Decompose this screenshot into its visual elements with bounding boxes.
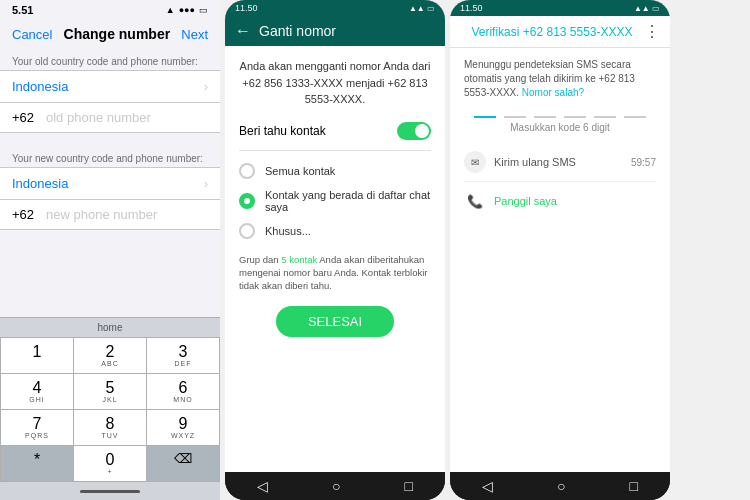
verify-header: Verifikasi +62 813 5553-XXXX ⋮ xyxy=(450,16,670,48)
recent-nav-btn[interactable]: □ xyxy=(405,478,413,494)
code-dash-2 xyxy=(504,116,526,118)
more-options-icon[interactable]: ⋮ xyxy=(644,22,660,41)
ios-bottom-bar xyxy=(0,482,220,500)
key-5[interactable]: 5JKL xyxy=(74,374,146,409)
key-9[interactable]: 9WXYZ xyxy=(147,410,219,445)
ios-keyboard: home 1 2ABC 3DEF 4GHI 5JKL 6MNO 7PQRS 8T… xyxy=(0,317,220,500)
ios-nav: Cancel Change number Next xyxy=(0,20,220,48)
old-phone-input[interactable]: old phone number xyxy=(46,110,208,125)
radio-group: Semua kontak Kontak yang berada di dafta… xyxy=(239,163,431,239)
new-country-code: +62 xyxy=(12,207,40,222)
cancel-button[interactable]: Cancel xyxy=(12,27,52,42)
info-text: Anda akan mengganti nomor Anda dari +62 … xyxy=(239,58,431,108)
middle-status-bar: 11.50 ▲▲ ▭ xyxy=(225,0,445,16)
right-nav-bar: ◁ ○ □ xyxy=(450,472,670,500)
whatsapp-header: ← Ganti nomor xyxy=(225,16,445,46)
right-status-time: 11.50 xyxy=(460,3,483,13)
right-status-bar: 11.50 ▲▲ ▭ xyxy=(450,0,670,16)
call-me-label: Panggil saya xyxy=(494,195,557,207)
new-phone-input[interactable]: new phone number xyxy=(46,207,208,222)
keyboard-keys: 1 2ABC 3DEF 4GHI 5JKL 6MNO 7PQRS 8TUV 9W… xyxy=(0,337,220,482)
home-indicator xyxy=(80,490,140,493)
key-0[interactable]: 0+ xyxy=(74,446,146,481)
key-7[interactable]: 7PQRS xyxy=(1,410,73,445)
keyboard-home-label: home xyxy=(0,318,220,337)
new-country-selector[interactable]: Indonesia › xyxy=(0,167,220,199)
new-country-label: Indonesia xyxy=(12,176,68,191)
notify-contacts-toggle[interactable] xyxy=(397,122,431,140)
radio-chat-contacts-label: Kontak yang berada di daftar chat saya xyxy=(265,189,431,213)
old-country-label: Indonesia xyxy=(12,79,68,94)
verify-desc: Menunggu pendeteksian SMS secara otomati… xyxy=(464,58,656,100)
middle-status-time: 11.50 xyxy=(235,3,258,13)
chevron-right-icon: › xyxy=(204,80,208,94)
code-dash-5 xyxy=(594,116,616,118)
footer-text: Grup dan 5 kontak Anda akan diberitahuka… xyxy=(239,253,431,293)
battery-icon: ▭ xyxy=(199,5,208,15)
right-phone-screen: 11.50 ▲▲ ▭ Verifikasi +62 813 5553-XXXX … xyxy=(450,0,670,472)
code-dash-3 xyxy=(534,116,556,118)
verify-title: Verifikasi +62 813 5553-XXXX xyxy=(460,25,644,39)
code-line xyxy=(474,116,646,118)
back-button[interactable]: ← xyxy=(235,22,251,40)
middle-status-icons: ▲▲ ▭ xyxy=(409,4,435,13)
key-8[interactable]: 8TUV xyxy=(74,410,146,445)
radio-chat-contacts-btn[interactable] xyxy=(239,193,255,209)
right-back-nav-btn[interactable]: ◁ xyxy=(482,478,493,494)
key-1[interactable]: 1 xyxy=(1,338,73,373)
code-label: Masukkan kode 6 digit xyxy=(510,122,610,133)
chevron-right-icon-2: › xyxy=(204,177,208,191)
radio-all-contacts[interactable]: Semua kontak xyxy=(239,163,431,179)
page-title: Change number xyxy=(64,26,171,42)
radio-custom-btn[interactable] xyxy=(239,223,255,239)
ios-status-bar: 5.51 ▲ ●●● ▭ xyxy=(0,0,220,20)
header-title: Ganti nomor xyxy=(259,23,336,39)
resend-sms-label: Kirim ulang SMS xyxy=(494,156,623,168)
call-row[interactable]: 📞 Panggil saya xyxy=(464,182,656,220)
right-phone: 11.50 ▲▲ ▭ Verifikasi +62 813 5553-XXXX … xyxy=(450,0,670,500)
key-6[interactable]: 6MNO xyxy=(147,374,219,409)
key-backspace[interactable]: ⌫ xyxy=(147,446,219,481)
resend-sms-row[interactable]: ✉ Kirim ulang SMS 59:57 xyxy=(464,143,656,182)
next-button[interactable]: Next xyxy=(181,27,208,42)
selesai-button[interactable]: SELESAI xyxy=(276,306,394,337)
resend-timer: 59:57 xyxy=(631,157,656,168)
signal-icon: ●●● xyxy=(179,5,195,15)
home-nav-btn[interactable]: ○ xyxy=(332,478,340,494)
ios-time: 5.51 xyxy=(12,4,33,16)
code-dash-1 xyxy=(474,116,496,118)
wifi-icon: ▲ xyxy=(166,5,175,15)
footer-highlight: 5 kontak xyxy=(281,254,317,265)
ios-status-icons: ▲ ●●● ▭ xyxy=(166,5,208,15)
new-phone-row: +62 new phone number xyxy=(0,199,220,230)
back-nav-btn[interactable]: ◁ xyxy=(257,478,268,494)
radio-all-contacts-btn[interactable] xyxy=(239,163,255,179)
right-home-nav-btn[interactable]: ○ xyxy=(557,478,565,494)
old-country-code: +62 xyxy=(12,110,40,125)
old-country-selector[interactable]: Indonesia › xyxy=(0,70,220,102)
wrong-number-link[interactable]: Nomor salah? xyxy=(522,87,584,98)
key-2[interactable]: 2ABC xyxy=(74,338,146,373)
radio-chat-contacts[interactable]: Kontak yang berada di daftar chat saya xyxy=(239,189,431,213)
old-phone-row: +62 old phone number xyxy=(0,102,220,133)
key-star[interactable]: * xyxy=(1,446,73,481)
radio-custom[interactable]: Khusus... xyxy=(239,223,431,239)
key-3[interactable]: 3DEF xyxy=(147,338,219,373)
code-dash-4 xyxy=(564,116,586,118)
middle-phone-screen: 11.50 ▲▲ ▭ ← Ganti nomor Anda akan mengg… xyxy=(225,0,445,472)
middle-nav-bar: ◁ ○ □ xyxy=(225,472,445,500)
code-input-area: Masukkan kode 6 digit xyxy=(464,116,656,133)
section1-label: Your old country code and phone number: xyxy=(0,48,220,70)
section2-label: Your new country code and phone number: xyxy=(0,145,220,167)
verify-content: Menunggu pendeteksian SMS secara otomati… xyxy=(450,48,670,472)
right-status-icons: ▲▲ ▭ xyxy=(634,4,660,13)
middle-phone: 11.50 ▲▲ ▭ ← Ganti nomor Anda akan mengg… xyxy=(225,0,445,500)
sms-icon: ✉ xyxy=(464,151,486,173)
phone-icon: 📞 xyxy=(464,190,486,212)
key-4[interactable]: 4GHI xyxy=(1,374,73,409)
right-recent-nav-btn[interactable]: □ xyxy=(630,478,638,494)
code-dash-6 xyxy=(624,116,646,118)
ios-panel: 5.51 ▲ ●●● ▭ Cancel Change number Next Y… xyxy=(0,0,220,500)
toggle-label: Beri tahu kontak xyxy=(239,124,326,138)
toggle-row: Beri tahu kontak xyxy=(239,122,431,151)
